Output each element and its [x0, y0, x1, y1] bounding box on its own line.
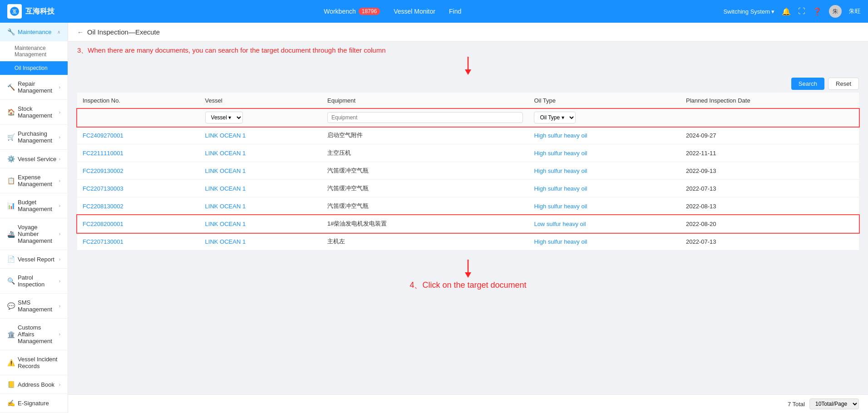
- main-content: ← Oil Inspection—Execute 3、When there ar…: [68, 23, 868, 413]
- table-row[interactable]: FC2211110001 LINK OCEAN 1 主空压机 High sulf…: [77, 144, 859, 162]
- chevron-voyage: ›: [59, 231, 60, 236]
- sidebar-item-customs[interactable]: 🏛️ Customs Affairs Management ›: [0, 319, 68, 350]
- sidebar-item-expense[interactable]: 📋 Expense Management ›: [0, 168, 68, 193]
- table-body: FC2409270001 LINK OCEAN 1 启动空气附件 High su…: [77, 127, 859, 251]
- oil-type-filter-select[interactable]: Oil Type ▾: [534, 112, 576, 123]
- sidebar-label-vessel-incident: Vessel Incident Records: [18, 356, 60, 369]
- workbench-button[interactable]: Workbench 18796: [324, 8, 380, 15]
- filter-equipment-cell: [322, 109, 528, 127]
- col-inspection-no: Inspection No.: [77, 93, 200, 109]
- filter-row: Vessel ▾ Oil Type ▾: [77, 109, 859, 127]
- cell-planned-date: 2022-11-11: [681, 144, 859, 162]
- repair-icon: 🔨: [7, 84, 15, 91]
- sidebar-item-maintenance[interactable]: 🔧 Maintenance ∧: [0, 23, 68, 41]
- cell-inspection-no: FC2211110001: [77, 144, 200, 162]
- maintenance-icon: 🔧: [7, 28, 15, 35]
- cell-equipment: 汽笛缓冲空气瓶: [322, 197, 528, 215]
- purchasing-icon: 🛒: [7, 133, 15, 141]
- cell-equipment: 启动空气附件: [322, 127, 528, 144]
- sidebar-item-vessel-incident[interactable]: ⚠️ Vessel Incident Records: [0, 350, 68, 375]
- per-page-select[interactable]: 10Total/Page 20Total/Page 50Total/Page: [809, 398, 859, 409]
- expense-icon: 📋: [7, 177, 15, 184]
- chevron-budget: ›: [59, 203, 60, 208]
- customs-icon: 🏛️: [7, 331, 15, 338]
- sidebar-label-vessel-report: Vessel Report: [18, 256, 59, 263]
- table-row[interactable]: FC2208130002 LINK OCEAN 1 汽笛缓冲空气瓶 High s…: [77, 197, 859, 215]
- table-header-row: Inspection No. Vessel Equipment Oil Type…: [77, 93, 859, 109]
- sidebar-label-stock: Stock Management: [18, 105, 59, 119]
- stock-icon: 🏠: [7, 108, 15, 116]
- sidebar-item-oil-inspection[interactable]: Oil Inspection: [0, 61, 68, 75]
- sidebar-item-e-signature[interactable]: ✍️ E-Signature: [0, 394, 68, 413]
- arrow3-down-icon: [464, 57, 473, 75]
- cell-vessel: LINK OCEAN 1: [200, 127, 322, 144]
- page-title: Oil Inspection—Execute: [87, 28, 160, 36]
- table-row[interactable]: FC2409270001 LINK OCEAN 1 启动空气附件 High su…: [77, 127, 859, 144]
- sidebar-item-sms[interactable]: 💬 SMS Management ›: [0, 294, 68, 319]
- cell-planned-date: 2022-07-13: [681, 233, 859, 251]
- cell-inspection-no: FC2207130003: [77, 180, 200, 197]
- username: 朱旺: [849, 7, 861, 15]
- sidebar-label-e-signature: E-Signature: [18, 400, 60, 407]
- sidebar-label-oil-inspection: Oil Inspection: [15, 65, 48, 71]
- sidebar-label-expense: Expense Management: [18, 174, 59, 187]
- col-vessel: Vessel: [200, 93, 322, 109]
- find-link[interactable]: Find: [449, 8, 461, 15]
- sidebar-label-patrol: Patrol Inspection: [18, 274, 59, 288]
- sidebar-item-purchasing[interactable]: 🛒 Purchasing Management ›: [0, 125, 68, 150]
- cell-oil-type: High sulfur heavy oil: [528, 144, 681, 162]
- filter-date-cell: [681, 109, 859, 127]
- fullscreen-icon[interactable]: ⛶: [798, 7, 805, 15]
- cell-equipment: 汽笛缓冲空气瓶: [322, 180, 528, 197]
- cell-vessel: LINK OCEAN 1: [200, 215, 322, 233]
- sidebar-item-repair-management[interactable]: 🔨 Repair Management ›: [0, 75, 68, 100]
- inspection-table: Inspection No. Vessel Equipment Oil Type…: [77, 93, 859, 251]
- sidebar-label-purchasing: Purchasing Management: [18, 130, 59, 144]
- vessel-service-icon: ⚙️: [7, 155, 15, 162]
- logo-icon: 互: [7, 4, 22, 19]
- sidebar-item-vessel-report[interactable]: 📄 Vessel Report ›: [0, 250, 68, 269]
- table-row[interactable]: FC2208200001 LINK OCEAN 1 1#柴油发电机发电装置 Lo…: [77, 215, 859, 233]
- sidebar-item-budget[interactable]: 📊 Budget Management ›: [0, 193, 68, 218]
- voyage-icon: 🚢: [7, 231, 15, 238]
- vessel-report-icon: 📄: [7, 256, 15, 263]
- sidebar-item-address-book[interactable]: 📒 Address Book ›: [0, 375, 68, 394]
- vessel-monitor-link[interactable]: Vessel Monitor: [394, 8, 435, 15]
- cell-oil-type: High sulfur heavy oil: [528, 180, 681, 197]
- cell-oil-type: High sulfur heavy oil: [528, 127, 681, 144]
- cell-vessel: LINK OCEAN 1: [200, 197, 322, 215]
- workbench-label: Workbench: [324, 8, 356, 15]
- sidebar-item-stock-management[interactable]: 🏠 Stock Management ›: [0, 100, 68, 125]
- cell-equipment: 主空压机: [322, 144, 528, 162]
- address-book-icon: 📒: [7, 381, 15, 388]
- sidebar-item-patrol[interactable]: 🔍 Patrol Inspection ›: [0, 269, 68, 294]
- annotation3-container: 3、When there are many documents, you can…: [68, 42, 868, 75]
- equipment-filter-input[interactable]: [327, 112, 523, 123]
- sidebar-item-maintenance-management[interactable]: Maintenance Management: [0, 41, 68, 61]
- nav-center: Workbench 18796 Vessel Monitor Find: [71, 8, 714, 15]
- col-planned-date: Planned Inspection Date: [681, 93, 859, 109]
- table-row[interactable]: FC2207130003 LINK OCEAN 1 汽笛缓冲空气瓶 High s…: [77, 180, 859, 197]
- switching-system-button[interactable]: Switching System ▾: [723, 8, 774, 15]
- reset-button[interactable]: Reset: [828, 78, 859, 90]
- arrow3-container: [77, 57, 859, 75]
- table-row[interactable]: FC2209130002 LINK OCEAN 1 汽笛缓冲空气瓶 High s…: [77, 162, 859, 180]
- back-button[interactable]: ←: [77, 29, 84, 36]
- sidebar-item-vessel-service[interactable]: ⚙️ Vessel Service ›: [0, 150, 68, 168]
- page-footer: 7 Total 10Total/Page 20Total/Page 50Tota…: [68, 394, 868, 413]
- logo: 互 互海科技: [7, 4, 62, 19]
- vessel-filter-select[interactable]: Vessel ▾: [205, 112, 243, 123]
- help-icon[interactable]: ❓: [813, 7, 822, 16]
- sidebar-label-repair: Repair Management: [18, 80, 59, 94]
- nav-right: Switching System ▾ 🔔 ⛶ ❓ 朱 朱旺: [723, 5, 861, 18]
- sidebar-item-voyage[interactable]: 🚢 Voyage Number Management ›: [0, 218, 68, 250]
- bell-icon[interactable]: 🔔: [782, 7, 791, 16]
- cell-planned-date: 2022-08-13: [681, 197, 859, 215]
- toolbar: Search Reset: [68, 75, 868, 93]
- cell-vessel: LINK OCEAN 1: [200, 180, 322, 197]
- avatar[interactable]: 朱: [829, 5, 842, 18]
- arrow4-down-icon: [464, 260, 473, 278]
- search-button[interactable]: Search: [791, 78, 824, 90]
- table-row[interactable]: FC2207130001 LINK OCEAN 1 主机左 High sulfu…: [77, 233, 859, 251]
- cell-equipment: 汽笛缓冲空气瓶: [322, 162, 528, 180]
